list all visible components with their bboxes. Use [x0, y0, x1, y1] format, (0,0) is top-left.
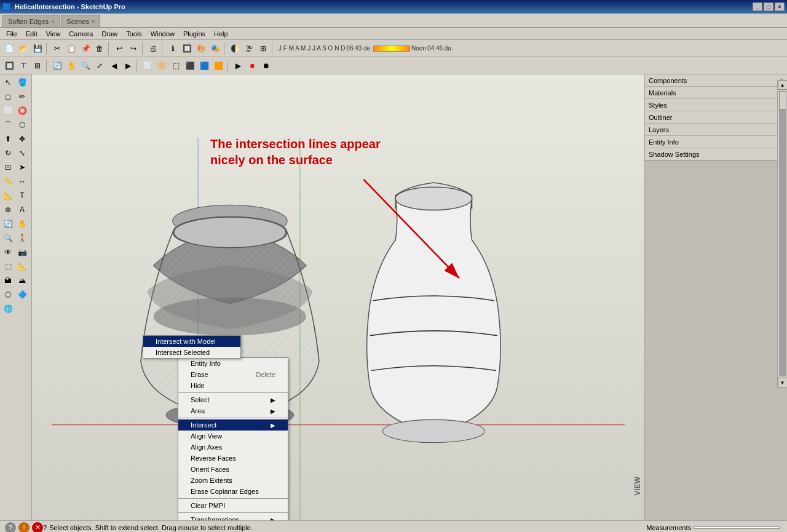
extra-tool2[interactable]: 🔷	[15, 288, 29, 301]
anim-rec-btn[interactable]: ⏺	[259, 59, 273, 73]
cm-select[interactable]: Select ▶	[178, 394, 288, 405]
panel-styles[interactable]: Styles ×	[645, 99, 787, 111]
hidden-btn[interactable]: ⬚	[169, 59, 183, 73]
cm-transformations[interactable]: Transformations ▶	[178, 514, 288, 520]
sandbox-tool[interactable]: 🏔	[1, 274, 15, 287]
undo-btn[interactable]: ↩	[113, 42, 126, 55]
panel-components[interactable]: Components ×	[645, 74, 787, 87]
measurements-input[interactable]	[694, 526, 780, 529]
menu-tools[interactable]: Tools	[122, 29, 146, 39]
orbit-tool[interactable]: 🔄	[1, 217, 15, 231]
scenes-close[interactable]: ×	[92, 18, 95, 25]
print-btn[interactable]: 🖨	[146, 42, 160, 55]
section2-tool[interactable]: ⬚	[1, 260, 15, 273]
status-icon1[interactable]: ?	[5, 522, 16, 533]
menu-edit[interactable]: Edit	[22, 29, 41, 39]
anim-play-btn[interactable]: ▶	[231, 59, 245, 73]
textured-btn[interactable]: 🟧	[212, 59, 225, 73]
menu-draw[interactable]: Draw	[98, 29, 121, 39]
eraser-tool[interactable]: ◻	[1, 90, 15, 103]
anim-stop-btn[interactable]: ■	[245, 59, 259, 73]
copy-btn[interactable]: 📋	[65, 42, 78, 55]
move-tool[interactable]: ✥	[15, 132, 29, 146]
panel-layers[interactable]: Layers ×	[645, 124, 787, 136]
panel-shadow-settings[interactable]: Shadow Settings ×	[645, 148, 787, 161]
lookaround-tool[interactable]: 👁	[1, 245, 15, 259]
pan2-tool[interactable]: ✋	[15, 217, 29, 231]
offset-tool[interactable]: ⊡	[1, 161, 15, 174]
prev-view-btn[interactable]: ◀	[107, 59, 121, 73]
minimize-btn[interactable]: _	[753, 2, 762, 11]
panel-entity-info[interactable]: Entity Info ×	[645, 136, 787, 148]
scroll-up-btn[interactable]: ▲	[778, 80, 788, 90]
components-btn[interactable]: 🔲	[180, 42, 194, 55]
followme-tool[interactable]: ➤	[15, 161, 29, 174]
cm-area[interactable]: Area ▶	[178, 405, 288, 416]
shadows-btn[interactable]: 🌓	[228, 42, 242, 55]
styles-btn[interactable]: 🎭	[208, 42, 222, 55]
scroll-track[interactable]	[779, 91, 786, 376]
axes-tool[interactable]: ⊕	[1, 203, 15, 216]
zoom2-tool[interactable]: 🔍	[1, 231, 15, 245]
sun-slider[interactable]	[373, 46, 410, 52]
cm-intersect[interactable]: Intersect ▶	[178, 419, 288, 431]
open-btn[interactable]: 📂	[17, 42, 30, 55]
pushpull-tool[interactable]: ⬆	[1, 132, 15, 146]
menu-file[interactable]: File	[2, 29, 21, 39]
select-tool[interactable]: ↖	[1, 76, 15, 89]
pencil-tool[interactable]: ✏	[15, 90, 29, 103]
sandbox2-tool[interactable]: ⛰	[15, 274, 29, 287]
new-btn[interactable]: 📄	[2, 42, 16, 55]
views-top-btn[interactable]: ⊤	[17, 59, 30, 73]
extra-tool3[interactable]: 🌐	[1, 302, 15, 316]
tape-tool[interactable]: 📏	[1, 175, 15, 188]
zoom-ext-btn[interactable]: ⤢	[93, 59, 106, 73]
menu-camera[interactable]: Camera	[65, 29, 97, 39]
walk-tool[interactable]: 🚶	[15, 231, 29, 245]
next-view-btn[interactable]: ▶	[121, 59, 135, 73]
dimension-tool[interactable]: ↔	[15, 175, 29, 188]
fog-btn[interactable]: 🌫	[242, 42, 256, 55]
menu-help[interactable]: Help	[210, 29, 232, 39]
soften-edges-tab[interactable]: Soften Edges ×	[2, 15, 60, 27]
sm-intersect-model[interactable]: Intersect with Model	[143, 336, 240, 347]
paste-btn[interactable]: 📌	[79, 42, 92, 55]
scroll-down-btn[interactable]: ▼	[778, 378, 788, 387]
position-tool[interactable]: 📷	[15, 245, 29, 259]
erase-btn[interactable]: 🗑	[93, 42, 106, 55]
sm-intersect-selected[interactable]: Intersect Selected	[143, 347, 240, 358]
rotate-tool[interactable]: ↻	[1, 146, 15, 160]
status-icon3[interactable]: ✕	[32, 522, 43, 533]
redo-btn[interactable]: ↪	[127, 42, 140, 55]
paint-tool[interactable]: 🪣	[15, 76, 29, 89]
menu-view[interactable]: View	[42, 29, 65, 39]
cm-orient-faces[interactable]: Orient Faces	[178, 464, 288, 475]
cm-reverse-faces[interactable]: Reverse Faces	[178, 453, 288, 464]
text-tool[interactable]: T	[15, 189, 29, 202]
views-front-btn[interactable]: ⊞	[31, 59, 44, 73]
zoom-btn[interactable]: 🔍	[79, 59, 92, 73]
cm-entity-info[interactable]: Entity Info	[178, 358, 288, 369]
maximize-btn[interactable]: □	[764, 2, 773, 11]
cm-hide[interactable]: Hide	[178, 380, 288, 391]
panel-outliner[interactable]: Outliner ×	[645, 111, 787, 124]
arc-tool[interactable]: ⌒	[1, 118, 15, 132]
measure-tool[interactable]: 📐	[15, 260, 29, 273]
cm-clear-pmpi[interactable]: Clear PMPI	[178, 500, 288, 511]
scenes-tab[interactable]: Scenes ×	[61, 15, 100, 27]
protractor-tool[interactable]: 📐	[1, 189, 15, 202]
menu-plugins[interactable]: Plugins	[180, 29, 209, 39]
cut-btn[interactable]: ✂	[50, 42, 64, 55]
scale-tool[interactable]: ⤡	[15, 146, 29, 160]
extra-tool1[interactable]: ⬡	[1, 288, 15, 301]
model-info-btn[interactable]: ℹ	[166, 42, 180, 55]
pan-btn[interactable]: ✋	[65, 59, 78, 73]
close-btn[interactable]: ×	[775, 2, 785, 11]
cm-erase-coplanar[interactable]: Erase Coplanar Edges	[178, 486, 288, 497]
title-bar-right[interactable]: _ □ ×	[753, 2, 785, 11]
cm-align-axes[interactable]: Align Axes	[178, 442, 288, 453]
section-btn[interactable]: ⬜	[141, 59, 154, 73]
cm-erase[interactable]: Erase Delete	[178, 369, 288, 380]
xray-btn[interactable]: 🔆	[155, 59, 168, 73]
poly-tool[interactable]: ⬡	[15, 118, 29, 132]
